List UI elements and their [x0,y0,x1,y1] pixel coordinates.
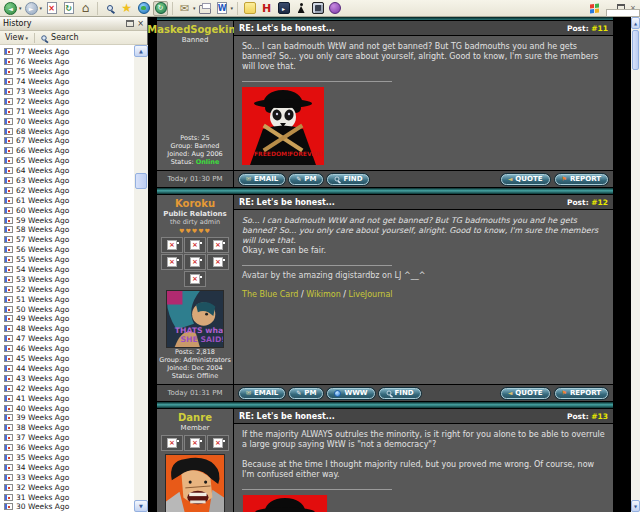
page-scrollbar[interactable]: ▲ ▼ [631,17,640,512]
history-item[interactable]: 77 Weeks Ago [0,47,134,57]
sidebar-scrollbar[interactable]: ▲ ▼ [134,45,148,512]
scroll-up-icon[interactable]: ▲ [631,17,640,29]
print-button[interactable] [198,1,213,16]
history-item[interactable]: 68 Weeks Ago [0,126,134,136]
sig-link-blue-card[interactable]: The Blue Card [242,290,298,299]
history-item[interactable]: 62 Weeks Ago [0,185,134,195]
history-item[interactable]: 47 Weeks Ago [0,334,134,344]
forward-dropdown-icon[interactable]: ▾ [40,5,43,11]
history-item[interactable]: 61 Weeks Ago [0,195,134,205]
history-item[interactable]: 55 Weeks Ago [0,255,134,265]
history-item[interactable]: 73 Weeks Ago [0,87,134,97]
history-item[interactable]: 74 Weeks Ago [0,77,134,87]
history-item[interactable]: 72 Weeks Ago [0,96,134,106]
username-link[interactable]: Danre [178,412,212,423]
back-button[interactable]: ◄ [3,1,18,16]
h-app-icon[interactable]: H [259,1,274,16]
scrollbar-thumb[interactable] [632,30,639,70]
history-item[interactable]: 66 Weeks Ago [0,146,134,156]
home-button[interactable]: ⌂ [78,1,93,16]
media-button[interactable] [136,1,151,16]
history-item[interactable]: 40 Weeks Ago [0,403,134,413]
history-item[interactable]: 51 Weeks Ago [0,294,134,304]
calendar-icon [4,296,13,303]
refresh-button[interactable]: ↻ [61,1,76,16]
find-button[interactable]: FIND [327,174,369,185]
username-link[interactable]: MaskedSogeking [148,24,243,35]
history-item[interactable]: 49 Weeks Ago [0,314,134,324]
edit-word-button[interactable]: W [215,1,230,16]
history-item[interactable]: 42 Weeks Ago [0,383,134,393]
history-item[interactable]: 53 Weeks Ago [0,274,134,284]
scroll-down-icon[interactable]: ▼ [134,500,148,512]
history-item[interactable]: 76 Weeks Ago [0,57,134,67]
scroll-down-icon[interactable]: ▼ [631,500,640,512]
history-item[interactable]: 31 Weeks Ago [0,492,134,502]
back-dropdown-icon[interactable]: ▾ [19,5,22,11]
forward-button[interactable]: ► [24,1,39,16]
edit-dropdown-icon[interactable]: ▾ [231,5,234,11]
sticky-note-icon[interactable] [242,1,257,16]
mail-icon[interactable]: ✉ [177,1,192,16]
purple-character-icon[interactable] [327,1,342,16]
history-item[interactable]: 52 Weeks Ago [0,284,134,294]
history-item[interactable]: 45 Weeks Ago [0,354,134,364]
messenger-person-icon[interactable] [293,1,308,16]
media-player-icon[interactable]: ▸ [276,1,291,16]
quote-button[interactable]: ◄QUOTE [501,388,550,399]
pm-button[interactable]: ✎PM [289,388,323,399]
email-button[interactable]: ✉EMAIL [239,388,285,399]
history-item[interactable]: 65 Weeks Ago [0,156,134,166]
history-item[interactable]: 56 Weeks Ago [0,245,134,255]
undock-icon[interactable] [126,20,134,27]
report-button[interactable]: ⚑REPORT [555,388,609,399]
close-sidebar-icon[interactable]: × [137,20,144,28]
scrollbar-thumb[interactable] [135,173,147,189]
history-item[interactable]: 43 Weeks Ago [0,373,134,383]
sig-link-wikimon[interactable]: Wikimon [306,290,341,299]
history-item[interactable]: 58 Weeks Ago [0,225,134,235]
video-grid-icon[interactable] [310,1,325,16]
scroll-up-icon[interactable]: ▲ [134,45,148,57]
search-button[interactable] [102,1,117,16]
history-item[interactable]: 60 Weeks Ago [0,205,134,215]
history-item[interactable]: 54 Weeks Ago [0,265,134,275]
username-link[interactable]: Koroku [175,198,215,209]
quote-button[interactable]: ◄QUOTE [501,174,550,185]
history-item[interactable]: 59 Weeks Ago [0,215,134,225]
history-item[interactable]: 46 Weeks Ago [0,344,134,354]
history-item[interactable]: 39 Weeks Ago [0,413,134,423]
history-item[interactable]: 63 Weeks Ago [0,176,134,186]
history-item[interactable]: 64 Weeks Ago [0,166,134,176]
history-item[interactable]: 35 Weeks Ago [0,453,134,463]
history-item[interactable]: 44 Weeks Ago [0,364,134,374]
history-item[interactable]: 30 Weeks Ago [0,502,134,512]
report-button[interactable]: ⚑REPORT [555,174,609,185]
history-item[interactable]: 38 Weeks Ago [0,423,134,433]
history-item[interactable]: 32 Weeks Ago [0,482,134,492]
pm-button[interactable]: ✎PM [289,174,323,185]
history-item[interactable]: 34 Weeks Ago [0,462,134,472]
history-item[interactable]: 71 Weeks Ago [0,106,134,116]
www-button[interactable]: WWW [327,388,374,399]
history-item[interactable]: 67 Weeks Ago [0,136,134,146]
sig-link-livejournal[interactable]: LiveJournal [349,290,393,299]
history-item[interactable]: 48 Weeks Ago [0,324,134,334]
history-item[interactable]: 33 Weeks Ago [0,472,134,482]
history-item[interactable]: 57 Weeks Ago [0,235,134,245]
mail-dropdown-icon[interactable]: ▾ [193,5,196,11]
history-item[interactable]: 70 Weeks Ago [0,116,134,126]
find-button[interactable]: FIND [379,388,421,399]
calendar-icon [4,335,13,342]
email-button[interactable]: ✉EMAIL [239,174,285,185]
history-item[interactable]: 37 Weeks Ago [0,433,134,443]
stop-button[interactable]: × [44,1,59,16]
history-item[interactable]: 75 Weeks Ago [0,67,134,77]
history-item[interactable]: 36 Weeks Ago [0,443,134,453]
history-item[interactable]: 41 Weeks Ago [0,393,134,403]
history-search-button[interactable]: Search [51,33,78,42]
view-dropdown[interactable]: View ▾ [5,33,28,42]
history-button-active[interactable]: ↻ [153,1,168,16]
favorites-button[interactable]: ★ [119,1,134,16]
history-item[interactable]: 50 Weeks Ago [0,304,134,314]
